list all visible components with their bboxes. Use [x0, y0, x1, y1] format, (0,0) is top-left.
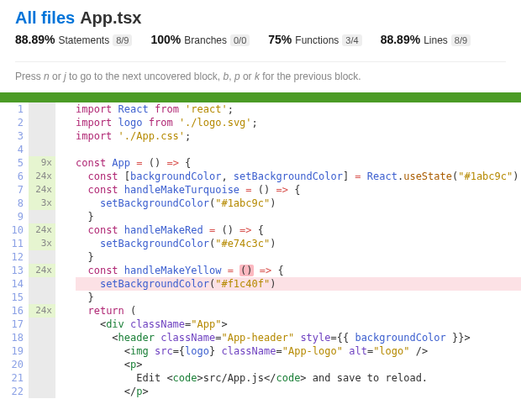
coverage-metrics: 88.89% Statements 8/9 100% Branches 0/0 …: [15, 33, 506, 46]
code-line: 83x setBackgroundColor("#1abc9c"): [0, 197, 521, 210]
line-number[interactable]: 6: [0, 170, 29, 183]
gutter: [55, 250, 69, 264]
code-content: </p>: [69, 385, 521, 398]
code-line: 1624x return (: [0, 304, 521, 318]
code-content: [69, 143, 521, 156]
line-number[interactable]: 18: [0, 331, 29, 344]
code-content: <div className="App">: [69, 318, 521, 331]
line-number[interactable]: 15: [0, 291, 29, 304]
keyboard-hint: Press n or j to go to the next uncovered…: [15, 61, 506, 82]
code-line: 1import React from 'react';: [0, 102, 521, 116]
coverage-count: 3x: [29, 237, 55, 250]
coverage-count: 24x: [29, 304, 55, 318]
code-line: 15 }: [0, 291, 521, 304]
line-number[interactable]: 3: [0, 129, 29, 143]
line-number[interactable]: 19: [0, 344, 29, 358]
line-number[interactable]: 10: [0, 223, 29, 237]
line-number[interactable]: 7: [0, 183, 29, 197]
all-files-link[interactable]: All files: [15, 8, 75, 27]
gutter: [55, 223, 69, 237]
line-number[interactable]: 9: [0, 210, 29, 223]
source-code-table: 1import React from 'react';2import logo …: [0, 102, 521, 398]
coverage-count: 24x: [29, 183, 55, 197]
page-title: All filesApp.tsx: [15, 8, 506, 28]
gutter: [55, 183, 69, 197]
coverage-count: [29, 318, 55, 331]
line-number[interactable]: 1: [0, 102, 29, 116]
gutter: [55, 143, 69, 156]
gutter: [55, 116, 69, 129]
line-number[interactable]: 5: [0, 156, 29, 170]
metric-functions: 75% Functions 3/4: [268, 33, 361, 46]
code-line: 1024x const handleMakeRed = () => {: [0, 223, 521, 237]
metric-frac: 3/4: [342, 34, 361, 46]
gutter: [55, 170, 69, 183]
gutter: [55, 331, 69, 344]
line-number[interactable]: 20: [0, 358, 29, 371]
code-line: 14 setBackgroundColor("#f1c40f"): [0, 277, 521, 291]
code-line: 59xconst App = () => {: [0, 156, 521, 170]
line-number[interactable]: 21: [0, 371, 29, 385]
metric-pct: 75%: [268, 33, 292, 46]
code-line: 724x const handleMakeTurquoise = () => {: [0, 183, 521, 197]
metric-label: Lines: [424, 34, 448, 46]
gutter: [55, 304, 69, 318]
metric-label: Statements: [58, 34, 109, 46]
coverage-count: [29, 143, 55, 156]
coverage-status-bar: [0, 92, 521, 102]
coverage-count: 24x: [29, 223, 55, 237]
metric-label: Branches: [184, 34, 227, 46]
line-number[interactable]: 8: [0, 197, 29, 210]
coverage-count: [29, 250, 55, 264]
gutter: [55, 156, 69, 170]
code-content: const App = () => {: [69, 156, 521, 170]
coverage-count: [29, 291, 55, 304]
coverage-count: [29, 385, 55, 398]
metric-branches: 100% Branches 0/0: [150, 33, 250, 46]
gutter: [55, 344, 69, 358]
code-content: setBackgroundColor("#e74c3c"): [69, 237, 521, 250]
coverage-count: 3x: [29, 197, 55, 210]
code-line: 3import './App.css';: [0, 129, 521, 143]
code-line: 17 <div className="App">: [0, 318, 521, 331]
line-number[interactable]: 17: [0, 318, 29, 331]
line-number[interactable]: 11: [0, 237, 29, 250]
code-content: }: [69, 210, 521, 223]
line-number[interactable]: 4: [0, 143, 29, 156]
coverage-count: [29, 331, 55, 344]
code-line: 19 <img src={logo} className="App-logo" …: [0, 344, 521, 358]
coverage-count: 24x: [29, 170, 55, 183]
code-line: 4: [0, 143, 521, 156]
code-content: const handleMakeYellow = () => {: [69, 264, 521, 277]
line-number[interactable]: 14: [0, 277, 29, 291]
coverage-count: [29, 129, 55, 143]
line-number[interactable]: 12: [0, 250, 29, 264]
code-content: setBackgroundColor("#1abc9c"): [69, 197, 521, 210]
metric-lines: 88.89% Lines 8/9: [381, 33, 471, 46]
gutter: [55, 210, 69, 223]
code-line: 20 <p>: [0, 358, 521, 371]
gutter: [55, 371, 69, 385]
code-line: 22 </p>: [0, 385, 521, 398]
line-number[interactable]: 13: [0, 264, 29, 277]
coverage-count: 9x: [29, 156, 55, 170]
coverage-count: 24x: [29, 264, 55, 277]
gutter: [55, 102, 69, 116]
gutter: [55, 385, 69, 398]
code-content: <p>: [69, 358, 521, 371]
gutter: [55, 237, 69, 250]
coverage-count: [29, 210, 55, 223]
line-number[interactable]: 2: [0, 116, 29, 129]
code-line: 624x const [backgroundColor, setBackgrou…: [0, 170, 521, 183]
code-content: const handleMakeRed = () => {: [69, 223, 521, 237]
coverage-count: [29, 102, 55, 116]
line-number[interactable]: 22: [0, 385, 29, 398]
gutter: [55, 318, 69, 331]
code-content: }: [69, 250, 521, 264]
code-content: import './App.css';: [69, 129, 521, 143]
line-number[interactable]: 16: [0, 304, 29, 318]
code-line: 21 Edit <code>src/App.js</code> and save…: [0, 371, 521, 385]
code-content: const [backgroundColor, setBackgroundCol…: [69, 170, 521, 183]
gutter: [55, 358, 69, 371]
code-line: 9 }: [0, 210, 521, 223]
